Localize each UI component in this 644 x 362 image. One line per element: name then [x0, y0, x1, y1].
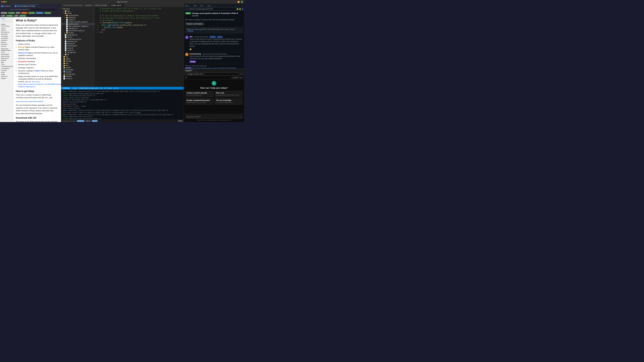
- sidebar-item-datetime[interactable]: DateTime: [1, 75, 12, 77]
- sidebar-item-basicobj[interactable]: BasicObject: [1, 53, 12, 55]
- chatgpt-refresh-btn[interactable]: ↺: [240, 73, 242, 75]
- sidebar-item-readme[interactable]: README.ja: [1, 31, 12, 33]
- comment-reaction[interactable]: 😊: [190, 48, 243, 50]
- gh-tab-wil[interactable]: Wil...: [192, 4, 199, 7]
- bookmark-mingw[interactable]: MinGW: [1, 12, 8, 14]
- tree-item-routes[interactable]: 📄 routes.rb: [61, 49, 95, 51]
- sidebar-item-encoding[interactable]: encodings: [1, 35, 12, 37]
- tree-item-dockerfile[interactable]: 🐳 Dockerfile: [61, 69, 95, 71]
- chatgpt-menu-icon[interactable]: ☰: [185, 76, 187, 79]
- doc-search[interactable]: [1, 20, 12, 22]
- tree-item-log[interactable]: 📁 log: [61, 56, 95, 58]
- gh-back-btn[interactable]: ‹: [184, 8, 185, 10]
- tree-item-csp[interactable]: 📄 content_security_policy.rb ?: [61, 21, 95, 23]
- tree-item-initializers[interactable]: ▾ 📁 initializers ?: [61, 16, 95, 18]
- sidebar-item-cgi2[interactable]: CGI▸: [1, 63, 12, 65]
- suggestion-programming-game[interactable]: Design a programming game teach basics i…: [185, 98, 214, 105]
- sidebar-item-data[interactable]: Data▸: [1, 73, 12, 75]
- suggestion-test-knowledge[interactable]: Test my knowledge on ancient civilizatio…: [214, 98, 243, 105]
- sidebar-item-readme2[interactable]: README: [1, 33, 12, 35]
- sidebar-item-array[interactable]: Array: [1, 51, 12, 53]
- gh-icon-1[interactable]: ⭐: [236, 8, 238, 10]
- tree-item-inflections[interactable]: 📄 inflections.rb ?: [61, 27, 95, 29]
- chatgpt-tab-main[interactable]: ChatGPT ×: [184, 69, 195, 72]
- gh-forward-btn[interactable]: ›: [186, 8, 186, 10]
- suggestion-plan-trip[interactable]: Plan a trip to experience Seoul like a l…: [214, 91, 243, 97]
- tree-item-importmap[interactable]: 📄 importmap.rb: [61, 45, 95, 47]
- sidebar-item-globals[interactable]: globals: [1, 41, 12, 43]
- tree-item-yjit[interactable]: 📄 enable_yjit.rb ?: [61, 23, 95, 25]
- chatgpt-back-btn[interactable]: ‹: [184, 73, 185, 75]
- tree-item-gemfile[interactable]: 💎 Gemfile: [61, 71, 95, 73]
- editor-tab-assets[interactable]: assets.rb: [84, 4, 94, 7]
- tree-item-gemfile-lock[interactable]: 🔒 Gemfile.lock: [61, 73, 95, 75]
- sidebar-item-binding[interactable]: Binding: [1, 59, 12, 61]
- sidebar-item-news[interactable]: NEWS: [1, 29, 12, 31]
- back-button[interactable]: ‹: [1, 8, 2, 10]
- sidebar-item-copying[interactable]: COPYING.ja: [1, 25, 12, 27]
- tree-item-database[interactable]: 📄 database.yml: [61, 40, 95, 42]
- sidebar-item-extension[interactable]: extension: [1, 39, 12, 41]
- sidebar-item-keywords[interactable]: keywords: [1, 43, 12, 45]
- gh-refresh-btn[interactable]: ↺: [187, 8, 188, 10]
- sidebar-item-cgi[interactable]: CGI: [1, 61, 12, 63]
- sidebar-item-bigdecimal[interactable]: BigDecimal: [1, 57, 12, 59]
- tree-item-db[interactable]: ▸ 📁 db: [61, 53, 95, 56]
- chatgpt-bookmark-btn[interactable]: ☆: [242, 73, 244, 75]
- tree-item-application-rb[interactable]: 📄 application.rb: [61, 34, 95, 36]
- bookmark-rpt[interactable]: RPT: [16, 12, 20, 14]
- zellij-tab-1[interactable]: Tab #1: [85, 120, 91, 122]
- tree-item-environments[interactable]: ▸ 📁 environments ?: [61, 14, 95, 16]
- gh-icon-3[interactable]: 👤: [242, 8, 244, 10]
- sidebar-item-closed-queue[interactable]: ClosedQueueError: [1, 65, 12, 67]
- tree-item-locales[interactable]: ▸ 📁 locales: [61, 32, 95, 34]
- address-input[interactable]: [10, 8, 58, 11]
- tree-item-test[interactable]: 📁 test: [61, 62, 95, 64]
- tab-ruby-docs[interactable]: Documentation for Ruby ×: [14, 4, 38, 8]
- new-tab-button[interactable]: +: [38, 6, 41, 8]
- suggestion-content-calendar[interactable]: Create a content calendar for a TikTok a…: [185, 91, 214, 97]
- gh-address-input[interactable]: [188, 8, 236, 10]
- tree-item-app[interactable]: ▸ 📁 app ?: [61, 10, 95, 12]
- tab-close-localhost[interactable]: ×: [11, 5, 12, 7]
- sidebar-item-legal[interactable]: LEGAL: [1, 27, 12, 29]
- tree-item-credentials[interactable]: 🔒 credentials.yml.enc: [61, 38, 95, 40]
- tree-item-public[interactable]: 📁 public: [61, 58, 95, 60]
- zellij-tab-2[interactable]: Tab #2: [92, 120, 98, 122]
- portable-link[interactable]: docs.ruby-lang.org/en/master/maintainers…: [18, 81, 61, 88]
- sidebar-item-benchmark[interactable]: Benchmark▸: [1, 55, 12, 57]
- chatgpt-address-input[interactable]: [187, 73, 240, 75]
- forward-button[interactable]: ›: [2, 8, 4, 10]
- sidebar-item-drb[interactable]: DRb▸: [1, 71, 12, 73]
- tree-item-filter[interactable]: 📄 filter_parameter_logging.rb ?: [61, 25, 95, 27]
- tree-item-deploy[interactable]: 📄 deploy.yml: [61, 42, 95, 45]
- home-button[interactable]: ⌂: [7, 8, 9, 10]
- gh-new-tab[interactable]: +: [213, 5, 216, 7]
- tree-item-storage[interactable]: 📁 storage: [61, 60, 95, 62]
- chatgpt-forward-btn[interactable]: ›: [186, 73, 186, 75]
- gh-tab-lazi[interactable]: Lazi...: [206, 4, 213, 7]
- resolve-conversation-button[interactable]: Resolve conversation: [185, 22, 204, 25]
- close-button[interactable]: [1, 1, 3, 2]
- tree-item-rakefile[interactable]: 📄 Rakefile: [61, 75, 95, 77]
- bookmark-button[interactable]: ☆: [58, 8, 60, 10]
- bookmark-ubuntu[interactable]: Ubuntu: [21, 12, 28, 14]
- tab-close-yjit[interactable]: ×: [122, 4, 122, 6]
- sidebar-item-exceptions[interactable]: exceptions: [1, 37, 12, 39]
- sidebar-item-digest[interactable]: Digest▸: [1, 77, 12, 79]
- bookmark-windows[interactable]: Windows: [36, 12, 44, 14]
- gh-tab-close-doc[interactable]: ×: [190, 5, 191, 6]
- tree-item-vendor[interactable]: 📁 vendor: [61, 66, 95, 69]
- chatgpt-tab-close[interactable]: ×: [193, 70, 194, 72]
- chatgpt-message-input[interactable]: [187, 116, 240, 118]
- gh-icon-2[interactable]: 🔔: [239, 8, 241, 10]
- nav-home[interactable]: Home: [1, 18, 12, 20]
- tree-item-boot[interactable]: 📄 boot.rb: [61, 36, 95, 38]
- tree-item-permissions[interactable]: 📄 permissions_policy.rb ?: [61, 29, 95, 32]
- gh-tab-chr[interactable]: Chr...: [199, 4, 206, 7]
- sidebar-item-security[interactable]: security: [1, 45, 12, 47]
- tab-close-ruby[interactable]: ×: [36, 5, 37, 7]
- tab-localhost[interactable]: localhost ×: [0, 4, 14, 8]
- download-link[interactable]: www.ruby-lang.org/en/downloads/: [16, 100, 44, 102]
- editor-tab-yjit[interactable]: enable_yjit.rb ×: [110, 4, 124, 7]
